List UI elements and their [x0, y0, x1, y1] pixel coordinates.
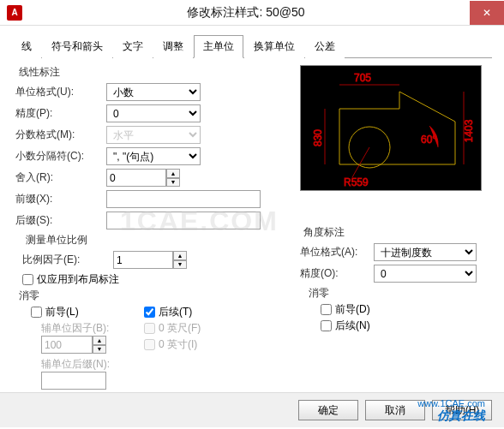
aux-factor-label: 辅单位因子(B): [41, 321, 110, 336]
inches-checkbox [144, 339, 155, 350]
tab-line[interactable]: 线 [12, 35, 41, 58]
unit-format-select[interactable]: 小数 [106, 83, 201, 101]
svg-text:1403: 1403 [463, 119, 475, 142]
close-button[interactable]: ✕ [470, 1, 504, 25]
suffix-input[interactable] [106, 212, 261, 229]
spin-up-icon[interactable]: ▲ [173, 251, 187, 260]
aux-factor-spinner: ▲▼ [41, 336, 110, 354]
scale-factor-label: 比例因子(E): [22, 253, 108, 267]
roundoff-spinner[interactable]: ▲▼ [106, 169, 180, 187]
trailing-label: 后续(T) [159, 305, 192, 319]
angular-leading-checkbox[interactable] [321, 304, 332, 315]
angular-precision-select[interactable]: 0 [374, 265, 477, 283]
tab-text[interactable]: 文字 [113, 35, 153, 58]
title-bar: A 修改标注样式: 50@50 ✕ [0, 0, 504, 26]
ok-button[interactable]: 确定 [298, 400, 358, 420]
spin-down-icon[interactable]: ▼ [173, 260, 187, 270]
scale-group: 测量单位比例 比例因子(E): ▲▼ 仅应用到布局标注 [22, 233, 291, 289]
tab-primary-units[interactable]: 主单位 [194, 35, 243, 58]
decimal-sep-label: 小数分隔符(C): [15, 149, 101, 164]
scale-spinner[interactable]: ▲▼ [113, 251, 187, 269]
angular-legend: 角度标注 [300, 225, 348, 240]
fraction-format-select: 水平 [106, 126, 201, 144]
aux-factor-input [41, 336, 93, 354]
linear-group: 线性标注 单位格式(U): 小数 精度(P): 0 分数格式(M): 水平 小数… [15, 65, 291, 233]
feet-label: 0 英尺(F) [159, 321, 201, 336]
angular-group: 角度标注 单位格式(A): 十进制度数 精度(O): 0 消零 前导(D) [300, 225, 489, 335]
roundoff-input[interactable] [106, 169, 166, 187]
svg-text:R559: R559 [344, 176, 369, 188]
leading-label: 前导(L) [45, 305, 79, 319]
angular-leading-label: 前导(D) [335, 302, 370, 317]
tab-fit[interactable]: 调整 [153, 35, 193, 58]
scale-factor-input[interactable] [113, 251, 173, 269]
svg-text:705: 705 [354, 72, 371, 84]
unit-format-label: 单位格式(U): [15, 85, 101, 99]
spin-down-icon[interactable]: ▼ [166, 178, 180, 188]
app-icon: A [7, 5, 22, 21]
angular-unit-select[interactable]: 十进制度数 [374, 243, 477, 261]
angular-suppress-legend: 消零 [305, 286, 333, 301]
angular-trailing-label: 后续(N) [335, 319, 370, 333]
spin-up-icon[interactable]: ▲ [166, 169, 180, 178]
svg-text:60°: 60° [421, 134, 436, 146]
precision-select[interactable]: 0 [106, 104, 201, 122]
button-row: 确定 取消 帮助(H) [0, 392, 504, 427]
tab-tolerance[interactable]: 公差 [305, 35, 345, 58]
cancel-button[interactable]: 取消 [365, 400, 425, 420]
tab-alt-units[interactable]: 换算单位 [244, 35, 304, 58]
suppress-legend: 消零 [15, 289, 43, 303]
preview-pane: 705 830 R559 60° 1403 [300, 65, 482, 191]
angular-trailing-checkbox[interactable] [321, 320, 332, 331]
suppress-group: 消零 前导(L) 辅单位因子(B): ▲▼ [15, 289, 291, 390]
aux-suffix-input [41, 372, 106, 390]
fraction-format-label: 分数格式(M): [15, 128, 101, 142]
feet-checkbox [144, 323, 155, 334]
scale-legend: 测量单位比例 [22, 233, 91, 247]
prefix-input[interactable] [106, 190, 261, 208]
angular-unit-label: 单位格式(A): [300, 245, 369, 259]
leading-checkbox[interactable] [31, 307, 42, 318]
roundoff-label: 舍入(R): [15, 170, 101, 185]
prefix-label: 前缀(X): [15, 192, 101, 206]
decimal-sep-select[interactable]: ", "(句点) [106, 147, 201, 165]
layout-only-checkbox[interactable] [22, 274, 33, 285]
spin-down-icon: ▼ [93, 345, 106, 355]
angular-suppress-group: 消零 前导(D) 后续(N) [305, 286, 489, 335]
window-title: 修改标注样式: 50@50 [22, 5, 470, 21]
linear-legend: 线性标注 [15, 65, 63, 80]
tab-strip: 线 符号和箭头 文字 调整 主单位 换算单位 公差 [12, 34, 492, 58]
suffix-label: 后缀(S): [15, 213, 101, 228]
precision-label: 精度(P): [15, 106, 101, 121]
angular-precision-label: 精度(O): [300, 266, 369, 281]
trailing-checkbox[interactable] [144, 307, 155, 318]
aux-suffix-label: 辅单位后缀(N): [41, 357, 110, 372]
spin-up-icon: ▲ [93, 336, 106, 345]
help-button[interactable]: 帮助(H) [432, 400, 492, 420]
svg-text:830: 830 [312, 129, 324, 146]
inches-label: 0 英寸(I) [159, 337, 197, 352]
layout-only-label: 仅应用到布局标注 [37, 272, 119, 287]
tab-symbols[interactable]: 符号和箭头 [42, 35, 112, 58]
